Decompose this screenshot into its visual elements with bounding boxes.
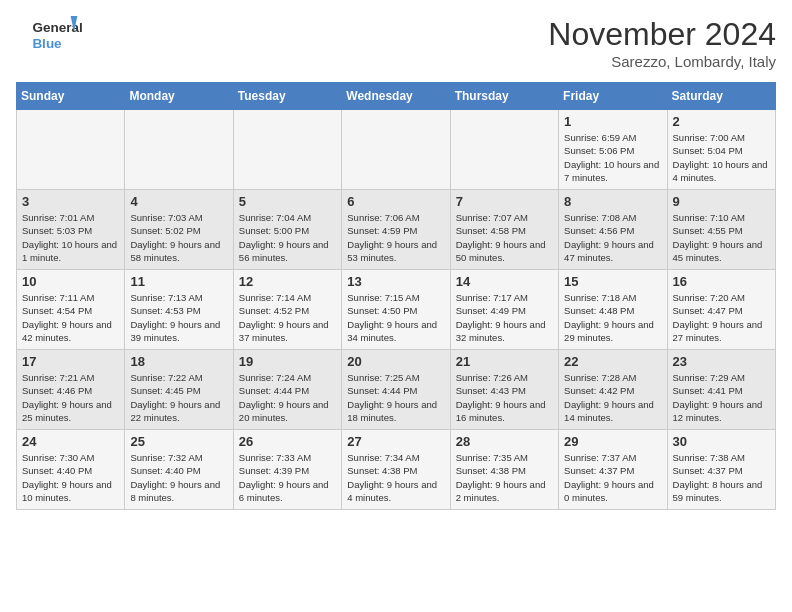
day-info: Sunrise: 7:17 AM Sunset: 4:49 PM Dayligh… — [456, 291, 553, 344]
day-number: 10 — [22, 274, 119, 289]
calendar-cell: 4Sunrise: 7:03 AM Sunset: 5:02 PM Daylig… — [125, 190, 233, 270]
day-info: Sunrise: 7:22 AM Sunset: 4:45 PM Dayligh… — [130, 371, 227, 424]
calendar-cell: 29Sunrise: 7:37 AM Sunset: 4:37 PM Dayli… — [559, 430, 667, 510]
day-number: 2 — [673, 114, 770, 129]
day-number: 22 — [564, 354, 661, 369]
day-info: Sunrise: 7:18 AM Sunset: 4:48 PM Dayligh… — [564, 291, 661, 344]
day-number: 25 — [130, 434, 227, 449]
day-info: Sunrise: 7:26 AM Sunset: 4:43 PM Dayligh… — [456, 371, 553, 424]
day-number: 18 — [130, 354, 227, 369]
calendar-cell: 20Sunrise: 7:25 AM Sunset: 4:44 PM Dayli… — [342, 350, 450, 430]
logo-icon: General Blue — [16, 16, 96, 52]
title-block: November 2024 Sarezzo, Lombardy, Italy — [548, 16, 776, 70]
day-info: Sunrise: 7:35 AM Sunset: 4:38 PM Dayligh… — [456, 451, 553, 504]
day-info: Sunrise: 7:21 AM Sunset: 4:46 PM Dayligh… — [22, 371, 119, 424]
day-number: 24 — [22, 434, 119, 449]
day-info: Sunrise: 7:24 AM Sunset: 4:44 PM Dayligh… — [239, 371, 336, 424]
calendar-cell: 25Sunrise: 7:32 AM Sunset: 4:40 PM Dayli… — [125, 430, 233, 510]
weekday-header-row: SundayMondayTuesdayWednesdayThursdayFrid… — [17, 83, 776, 110]
calendar-table: SundayMondayTuesdayWednesdayThursdayFrid… — [16, 82, 776, 510]
day-number: 26 — [239, 434, 336, 449]
calendar-week-row: 17Sunrise: 7:21 AM Sunset: 4:46 PM Dayli… — [17, 350, 776, 430]
calendar-cell — [125, 110, 233, 190]
weekday-header: Monday — [125, 83, 233, 110]
weekday-header: Tuesday — [233, 83, 341, 110]
day-number: 30 — [673, 434, 770, 449]
day-info: Sunrise: 6:59 AM Sunset: 5:06 PM Dayligh… — [564, 131, 661, 184]
day-number: 7 — [456, 194, 553, 209]
day-number: 4 — [130, 194, 227, 209]
day-number: 5 — [239, 194, 336, 209]
calendar-cell: 26Sunrise: 7:33 AM Sunset: 4:39 PM Dayli… — [233, 430, 341, 510]
calendar-cell: 28Sunrise: 7:35 AM Sunset: 4:38 PM Dayli… — [450, 430, 558, 510]
day-info: Sunrise: 7:04 AM Sunset: 5:00 PM Dayligh… — [239, 211, 336, 264]
day-info: Sunrise: 7:25 AM Sunset: 4:44 PM Dayligh… — [347, 371, 444, 424]
calendar-cell: 13Sunrise: 7:15 AM Sunset: 4:50 PM Dayli… — [342, 270, 450, 350]
calendar-cell: 2Sunrise: 7:00 AM Sunset: 5:04 PM Daylig… — [667, 110, 775, 190]
day-number: 1 — [564, 114, 661, 129]
day-info: Sunrise: 7:29 AM Sunset: 4:41 PM Dayligh… — [673, 371, 770, 424]
day-number: 9 — [673, 194, 770, 209]
calendar-week-row: 1Sunrise: 6:59 AM Sunset: 5:06 PM Daylig… — [17, 110, 776, 190]
calendar-cell: 5Sunrise: 7:04 AM Sunset: 5:00 PM Daylig… — [233, 190, 341, 270]
calendar-cell: 6Sunrise: 7:06 AM Sunset: 4:59 PM Daylig… — [342, 190, 450, 270]
calendar-cell — [450, 110, 558, 190]
calendar-cell: 16Sunrise: 7:20 AM Sunset: 4:47 PM Dayli… — [667, 270, 775, 350]
calendar-cell: 8Sunrise: 7:08 AM Sunset: 4:56 PM Daylig… — [559, 190, 667, 270]
page-header: General Blue November 2024 Sarezzo, Lomb… — [16, 16, 776, 70]
calendar-cell: 3Sunrise: 7:01 AM Sunset: 5:03 PM Daylig… — [17, 190, 125, 270]
day-info: Sunrise: 7:03 AM Sunset: 5:02 PM Dayligh… — [130, 211, 227, 264]
calendar-cell: 15Sunrise: 7:18 AM Sunset: 4:48 PM Dayli… — [559, 270, 667, 350]
day-number: 21 — [456, 354, 553, 369]
calendar-cell: 11Sunrise: 7:13 AM Sunset: 4:53 PM Dayli… — [125, 270, 233, 350]
calendar-cell: 23Sunrise: 7:29 AM Sunset: 4:41 PM Dayli… — [667, 350, 775, 430]
svg-text:Blue: Blue — [32, 36, 62, 51]
weekday-header: Sunday — [17, 83, 125, 110]
calendar-cell: 22Sunrise: 7:28 AM Sunset: 4:42 PM Dayli… — [559, 350, 667, 430]
day-number: 23 — [673, 354, 770, 369]
day-number: 13 — [347, 274, 444, 289]
day-number: 14 — [456, 274, 553, 289]
day-info: Sunrise: 7:10 AM Sunset: 4:55 PM Dayligh… — [673, 211, 770, 264]
logo: General Blue — [16, 16, 96, 52]
calendar-cell: 24Sunrise: 7:30 AM Sunset: 4:40 PM Dayli… — [17, 430, 125, 510]
calendar-cell — [17, 110, 125, 190]
day-info: Sunrise: 7:38 AM Sunset: 4:37 PM Dayligh… — [673, 451, 770, 504]
day-number: 16 — [673, 274, 770, 289]
calendar-week-row: 3Sunrise: 7:01 AM Sunset: 5:03 PM Daylig… — [17, 190, 776, 270]
calendar-week-row: 10Sunrise: 7:11 AM Sunset: 4:54 PM Dayli… — [17, 270, 776, 350]
calendar-cell: 30Sunrise: 7:38 AM Sunset: 4:37 PM Dayli… — [667, 430, 775, 510]
day-number: 8 — [564, 194, 661, 209]
weekday-header: Wednesday — [342, 83, 450, 110]
calendar-cell: 17Sunrise: 7:21 AM Sunset: 4:46 PM Dayli… — [17, 350, 125, 430]
day-info: Sunrise: 7:11 AM Sunset: 4:54 PM Dayligh… — [22, 291, 119, 344]
day-info: Sunrise: 7:37 AM Sunset: 4:37 PM Dayligh… — [564, 451, 661, 504]
day-number: 28 — [456, 434, 553, 449]
day-number: 15 — [564, 274, 661, 289]
day-info: Sunrise: 7:06 AM Sunset: 4:59 PM Dayligh… — [347, 211, 444, 264]
calendar-cell: 9Sunrise: 7:10 AM Sunset: 4:55 PM Daylig… — [667, 190, 775, 270]
day-number: 17 — [22, 354, 119, 369]
calendar-week-row: 24Sunrise: 7:30 AM Sunset: 4:40 PM Dayli… — [17, 430, 776, 510]
calendar-cell: 21Sunrise: 7:26 AM Sunset: 4:43 PM Dayli… — [450, 350, 558, 430]
day-number: 19 — [239, 354, 336, 369]
calendar-cell: 18Sunrise: 7:22 AM Sunset: 4:45 PM Dayli… — [125, 350, 233, 430]
day-number: 6 — [347, 194, 444, 209]
weekday-header: Thursday — [450, 83, 558, 110]
day-info: Sunrise: 7:32 AM Sunset: 4:40 PM Dayligh… — [130, 451, 227, 504]
month-title: November 2024 — [548, 16, 776, 53]
calendar-cell — [233, 110, 341, 190]
day-number: 11 — [130, 274, 227, 289]
day-info: Sunrise: 7:15 AM Sunset: 4:50 PM Dayligh… — [347, 291, 444, 344]
calendar-cell: 10Sunrise: 7:11 AM Sunset: 4:54 PM Dayli… — [17, 270, 125, 350]
calendar-cell — [342, 110, 450, 190]
day-number: 12 — [239, 274, 336, 289]
day-info: Sunrise: 7:08 AM Sunset: 4:56 PM Dayligh… — [564, 211, 661, 264]
day-info: Sunrise: 7:01 AM Sunset: 5:03 PM Dayligh… — [22, 211, 119, 264]
weekday-header: Saturday — [667, 83, 775, 110]
calendar-cell: 19Sunrise: 7:24 AM Sunset: 4:44 PM Dayli… — [233, 350, 341, 430]
day-number: 20 — [347, 354, 444, 369]
day-number: 3 — [22, 194, 119, 209]
day-number: 29 — [564, 434, 661, 449]
calendar-cell: 7Sunrise: 7:07 AM Sunset: 4:58 PM Daylig… — [450, 190, 558, 270]
